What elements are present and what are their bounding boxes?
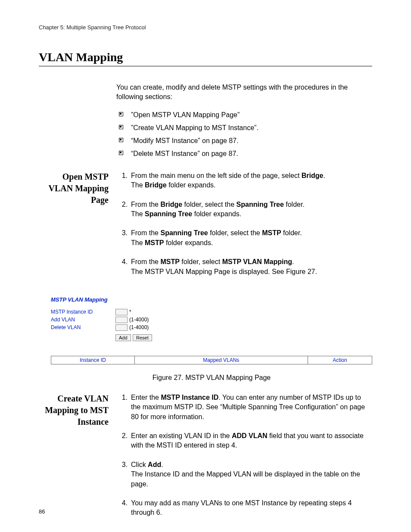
range-hint: (1-4000) — [129, 324, 149, 330]
side-heading-create: Create VLAN Mapping to MST Instance — [39, 393, 116, 428]
reset-button[interactable]: Reset — [133, 334, 152, 341]
section-rule — [39, 66, 372, 66]
col-header-mapped-vlans: Mapped VLANs — [134, 356, 308, 364]
bullet-list: ”Open MSTP VLAN Mapping Page” ”Create VL… — [116, 110, 372, 159]
list-item: 4. From the MSTP folder, select MSTP VLA… — [116, 257, 372, 277]
open-mstp-block: Open MSTP VLAN Mapping Page 1. From the … — [39, 171, 372, 286]
square-bullet-icon — [119, 138, 123, 142]
col-header-instance-id: Instance ID — [51, 356, 135, 364]
bullet-text: ”Create VLAN Mapping to MST Instance”. — [131, 124, 258, 131]
label-delete-vlan: Delete VLAN — [51, 324, 115, 330]
intro-text: You can create, modify and delete MSTP s… — [116, 83, 372, 102]
list-item: 3. Click Add. The Instance ID and the Ma… — [116, 460, 372, 489]
intro-block: You can create, modify and delete MSTP s… — [39, 83, 372, 162]
delete-vlan-input[interactable] — [115, 324, 128, 331]
create-vlan-block: Create VLAN Mapping to MST Instance 1. E… — [39, 393, 372, 527]
figure-caption: Figure 27. MSTP VLAN Mapping Page — [51, 374, 372, 382]
figure-27: MSTP VLAN Mapping MSTP Instance ID * Add… — [51, 296, 372, 382]
bullet-text: “Delete MST Instance” on page 87. — [131, 150, 238, 157]
form-row-add-vlan: Add VLAN (1-4000) — [51, 317, 372, 323]
page-number: 86 — [39, 508, 45, 515]
create-steps-list: 1. Enter the MSTP Instance ID. You can e… — [116, 393, 372, 518]
range-hint: (1-4000) — [129, 317, 149, 323]
list-item: 1. Enter the MSTP Instance ID. You can e… — [116, 393, 372, 422]
mapping-table: Instance ID Mapped VLANs Action — [51, 356, 372, 364]
square-bullet-icon — [119, 151, 123, 155]
side-heading-open: Open MSTP VLAN Mapping Page — [39, 171, 116, 206]
required-asterisk: * — [129, 309, 131, 315]
mstp-instance-id-input[interactable] — [115, 309, 128, 315]
bullet-item: ”Open MSTP VLAN Mapping Page” — [116, 110, 372, 120]
list-item: 2. Enter an existing VLAN ID in the ADD … — [116, 431, 372, 451]
square-bullet-icon — [119, 112, 123, 116]
section-title: VLAN Mapping — [39, 50, 372, 64]
square-bullet-icon — [119, 125, 123, 129]
bullet-item: “Modify MST Instance” on page 87. — [116, 136, 372, 146]
add-vlan-input[interactable] — [115, 317, 128, 323]
open-steps-list: 1. From the main menu on the left side o… — [116, 171, 372, 277]
bullet-text: ”Open MSTP VLAN Mapping Page” — [131, 111, 240, 118]
list-item: 2. From the Bridge folder, select the Sp… — [116, 200, 372, 219]
form-row-delete-vlan: Delete VLAN (1-4000) — [51, 324, 372, 331]
col-header-action: Action — [308, 356, 372, 364]
form-buttons: Add Reset — [115, 333, 372, 341]
bullet-item: ”Create VLAN Mapping to MST Instance”. — [116, 123, 372, 133]
chapter-header: Chapter 5: Multiple Spanning Tree Protoc… — [39, 24, 372, 31]
list-item: 4. You may add as many VLANs to one MST … — [116, 498, 372, 518]
document-page: Chapter 5: Multiple Spanning Tree Protoc… — [0, 0, 411, 532]
list-item: 1. From the main menu on the left side o… — [116, 171, 372, 190]
label-add-vlan: Add VLAN — [51, 317, 115, 323]
add-button[interactable]: Add — [115, 334, 131, 341]
figure-panel-title: MSTP VLAN Mapping — [51, 296, 372, 303]
label-mstp-instance-id: MSTP Instance ID — [51, 309, 115, 315]
form-row-instance-id: MSTP Instance ID * — [51, 309, 372, 315]
bullet-text: “Modify MST Instance” on page 87. — [131, 137, 239, 144]
list-item: 3. From the Spanning Tree folder, select… — [116, 228, 372, 248]
bullet-item: “Delete MST Instance” on page 87. — [116, 149, 372, 159]
